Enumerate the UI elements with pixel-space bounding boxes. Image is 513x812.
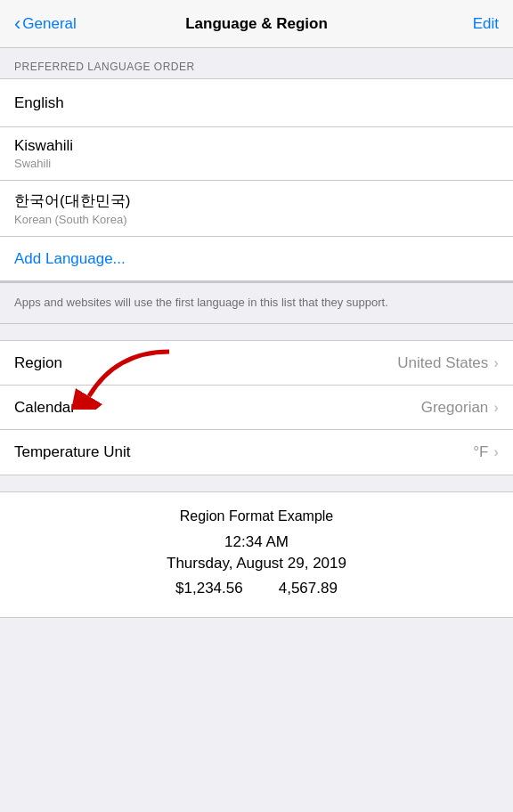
format-time: 12:34 AM [14, 533, 499, 551]
settings-section: Region United States › Calendar Gregoria… [0, 340, 513, 475]
spacer2 [0, 475, 513, 491]
language-name: English [14, 94, 499, 112]
temperature-value-wrap: °F › [473, 443, 499, 461]
spacer3 [0, 618, 513, 634]
region-value-wrap: United States › [397, 354, 499, 372]
format-number2: 4,567.89 [279, 580, 338, 597]
add-language-button[interactable]: Add Language... [0, 237, 513, 281]
language-subtitle: Korean (South Korea) [14, 213, 499, 226]
format-numbers: $1,234.56 4,567.89 [14, 580, 499, 597]
language-info: Apps and websites will use the first lan… [0, 282, 513, 324]
calendar-value: Gregorian [421, 399, 489, 417]
back-label: General [22, 15, 76, 33]
calendar-value-wrap: Gregorian › [421, 399, 499, 417]
preferred-language-header: PREFERRED LANGUAGE ORDER [0, 48, 513, 78]
language-name: Kiswahili [14, 137, 499, 155]
spacer [0, 324, 513, 340]
edit-button[interactable]: Edit [473, 15, 499, 33]
language-name: 한국어(대한민국) [14, 191, 499, 211]
format-example-section: Region Format Example 12:34 AM Thursday,… [0, 491, 513, 618]
calendar-label: Calendar [14, 399, 76, 417]
temperature-value: °F [473, 443, 488, 461]
chevron-right-icon: › [493, 443, 499, 461]
language-row-korean[interactable]: 한국어(대한민국) Korean (South Korea) [0, 181, 513, 237]
add-language-label: Add Language... [14, 250, 126, 268]
chevron-right-icon: › [493, 399, 499, 417]
format-number1: $1,234.56 [175, 580, 243, 597]
format-date: Thursday, August 29, 2019 [14, 555, 499, 572]
settings-list: Region United States › Calendar Gregoria… [0, 340, 513, 475]
language-list: English Kiswahili Swahili 한국어(대한민국) Kore… [0, 78, 513, 282]
info-text: Apps and websites will use the first lan… [14, 296, 388, 309]
format-title: Region Format Example [14, 508, 499, 524]
region-label: Region [14, 354, 62, 372]
back-button[interactable]: ‹ General [14, 14, 77, 34]
chevron-right-icon: › [493, 354, 499, 372]
language-row-kiswahili[interactable]: Kiswahili Swahili [0, 127, 513, 181]
chevron-left-icon: ‹ [14, 14, 20, 34]
calendar-row[interactable]: Calendar Gregorian › [0, 386, 513, 430]
temperature-label: Temperature Unit [14, 443, 130, 461]
page-title: Language & Region [185, 15, 328, 33]
language-subtitle: Swahili [14, 157, 499, 170]
navigation-bar: ‹ General Language & Region Edit [0, 0, 513, 48]
region-row[interactable]: Region United States › [0, 341, 513, 386]
temperature-row[interactable]: Temperature Unit °F › [0, 430, 513, 475]
language-row-english[interactable]: English [0, 79, 513, 127]
region-value: United States [397, 354, 488, 372]
